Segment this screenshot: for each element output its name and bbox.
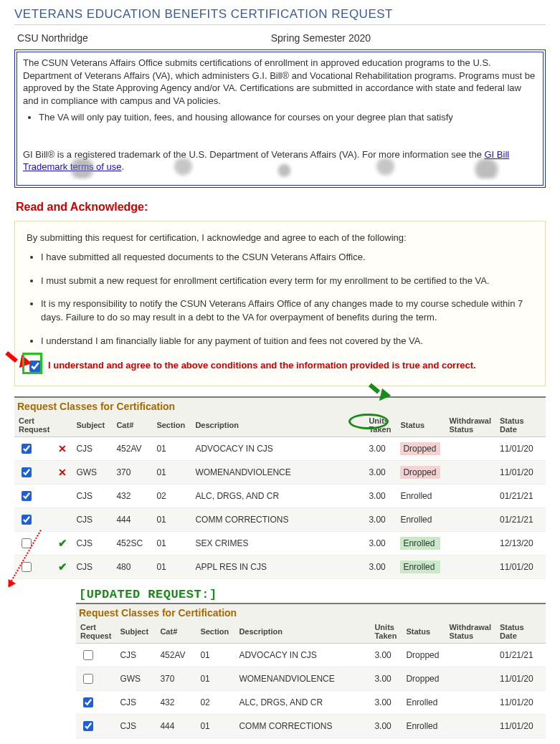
table-row: GWS37001WOMENANDVIOLENCE3.00Dropped11/01… (76, 667, 546, 690)
cell-desc: WOMENANDVIOLENCE (191, 460, 364, 484)
cell-desc: ALC, DRGS, AND CR (191, 484, 364, 507)
th-cat: Cat# (112, 414, 152, 437)
term-name: Spring Semester 2020 (271, 32, 546, 44)
cell-status: Enrolled (402, 690, 445, 714)
cell-sdate: 11/01/20 (495, 555, 546, 578)
cell-wstatus (445, 738, 495, 744)
cell-units: 3.00 (364, 507, 396, 531)
cell-desc: ADVOCACY IN CJS (191, 437, 364, 460)
cell-desc: COMM CORRECTIONS (234, 714, 370, 738)
cell-cat: 444 (112, 507, 152, 531)
cert-request-checkbox[interactable] (22, 562, 32, 572)
cert-request-checkbox[interactable] (83, 674, 93, 684)
table-row: CJS452AV01ADVOCACY IN CJS3.00Dropped01/2… (76, 643, 546, 667)
cell-wstatus (445, 507, 495, 531)
cert-request-checkbox[interactable] (22, 467, 32, 477)
check-mark-icon: ✔ (58, 537, 67, 549)
cell-status: Enrolled (402, 714, 445, 738)
th-wstatus: Withdrawal Status (445, 620, 495, 644)
cell-status: Dropped (402, 667, 445, 690)
info-paragraph-2: GI Bill® is a registered trademark of th… (23, 148, 537, 173)
table-row: CJS44401COMM CORRECTIONS3.00Enrolled11/0… (76, 714, 546, 738)
agree-text: I understand and agree to the above cond… (48, 359, 476, 373)
cell-status: Dropped (402, 643, 445, 667)
cell-subject: CJS (72, 484, 112, 507)
cert-table-1: Cert Request Subject Cat# Section Descri… (14, 414, 546, 579)
cell-section: 02 (196, 690, 234, 714)
th-subject: Subject (115, 620, 156, 644)
cell-sdate: 01/21/21 (495, 643, 546, 667)
cell-units: 3.00 (364, 460, 396, 484)
agree-checkbox[interactable] (29, 361, 41, 372)
cell-units: 3.00 (370, 643, 402, 667)
cell-units: 3.00 (370, 738, 402, 744)
cell-desc: WOMENANDVIOLENCE (234, 667, 370, 690)
cell-subject: CJS (72, 555, 112, 578)
school-name: CSU Northridge (17, 32, 271, 44)
table-caption: Request Classes for Certification (14, 396, 546, 414)
cell-section: 01 (152, 507, 191, 531)
cell-subject: CJS (72, 437, 112, 460)
cert-request-checkbox[interactable] (83, 650, 93, 660)
cell-sdate: 11/01/20 (495, 714, 546, 738)
cell-section: 01 (196, 667, 234, 690)
table-row: ✔CJS452SC01SEX CRIMES3.00Enrolled12/13/2… (14, 531, 546, 555)
cell-section: 01 (196, 738, 234, 744)
table-row: CJS452SC01SEX CRIMES3.00Enrolled01/21/21 (76, 738, 546, 744)
cell-cat: 370 (156, 667, 196, 690)
cell-cat: 432 (112, 484, 152, 507)
th-wstatus: Withdrawal Status (445, 414, 495, 437)
cell-cat: 432 (156, 690, 196, 714)
x-mark-icon: ✕ (58, 467, 67, 478)
th-sdate: Status Date (495, 414, 546, 437)
th-desc: Description (191, 414, 364, 437)
cert-request-checkbox[interactable] (83, 697, 93, 707)
cell-section: 01 (196, 643, 234, 667)
cell-sdate: 11/01/20 (495, 667, 546, 690)
cert-request-checkbox[interactable] (83, 721, 93, 731)
cell-units: 3.00 (370, 714, 402, 738)
ack-item: I have submitted all requested documents… (41, 251, 533, 264)
cert-request-checkbox[interactable] (22, 491, 32, 501)
th-cert: Cert Request (76, 620, 115, 644)
table-row: CJS43202ALC, DRGS, AND CR3.00Enrolled01/… (14, 484, 546, 507)
cell-desc: COMM CORRECTIONS (191, 507, 364, 531)
cell-desc: APPL RES IN CJS (191, 555, 364, 578)
th-units: Units Taken (370, 620, 402, 644)
ack-item: I must submit a new request for enrollme… (41, 275, 533, 288)
cell-units: 3.00 (364, 437, 396, 460)
cert-table-2: Cert Request Subject Cat# Section Descri… (76, 620, 546, 744)
cell-cat: 452SC (112, 531, 152, 555)
cell-sdate: 11/01/20 (495, 437, 546, 460)
cell-cat: 452SC (156, 738, 196, 744)
check-mark-icon: ✔ (58, 561, 67, 573)
status-cell: Enrolled (400, 515, 432, 525)
cell-cat: 370 (112, 460, 152, 484)
cell-subject: GWS (115, 667, 156, 690)
cell-wstatus (445, 460, 495, 484)
th-status: Status (396, 414, 445, 437)
read-ack-heading: Read and Acknowledge: (16, 201, 546, 214)
cell-sdate: 11/01/20 (495, 460, 546, 484)
cell-units: 3.00 (364, 531, 396, 555)
updated-request-label: [UPDATED REQUEST:] (79, 588, 546, 601)
cell-desc: SEX CRIMES (191, 531, 364, 555)
cell-cat: 444 (156, 714, 196, 738)
cell-cat: 452AV (156, 643, 196, 667)
cell-section: 01 (152, 555, 191, 578)
th-subject: Subject (72, 414, 112, 437)
cell-sdate: 01/21/21 (495, 484, 546, 507)
cert-request-checkbox[interactable] (22, 444, 32, 454)
th-sdate: Status Date (495, 620, 546, 644)
ack-lead: By submitting this request for certifica… (27, 232, 533, 245)
cell-sdate: 12/13/20 (495, 531, 546, 555)
cell-section: 01 (152, 437, 191, 460)
cert-request-checkbox[interactable] (22, 515, 32, 525)
cell-section: 02 (152, 484, 191, 507)
cell-wstatus (445, 555, 495, 578)
cell-subject: GWS (72, 460, 112, 484)
ack-item: It is my responsibility to notify the CS… (41, 297, 533, 325)
cell-section: 01 (152, 531, 191, 555)
cell-subject: CJS (115, 714, 156, 738)
cell-status: Enrolled (402, 738, 445, 744)
